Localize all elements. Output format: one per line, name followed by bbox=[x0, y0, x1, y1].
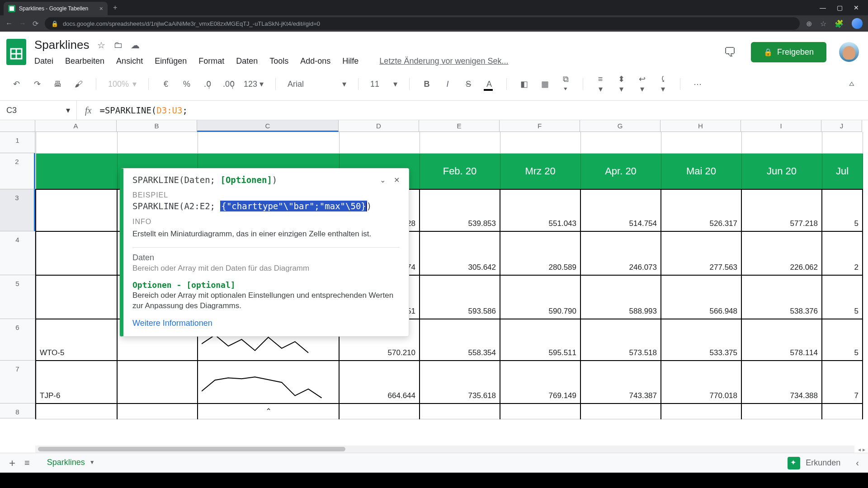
tab-title: Sparklines - Google Tabellen bbox=[19, 5, 88, 12]
minimize-icon[interactable]: — bbox=[820, 4, 826, 11]
row-headers[interactable]: 12345678 bbox=[0, 132, 35, 418]
tooltip-example: SPARKLINE(A2:E2; {"charttype"\"bar";"max… bbox=[132, 201, 400, 211]
menu-ansicht[interactable]: Ansicht bbox=[116, 56, 143, 66]
add-sheet-button[interactable]: + bbox=[9, 457, 15, 469]
tooltip-example-label: BEISPIEL bbox=[132, 191, 400, 199]
all-sheets-button[interactable]: ≡ bbox=[24, 458, 30, 468]
tooltip-param1-name: Daten bbox=[132, 253, 400, 263]
number-format-select[interactable]: 123 ▾ bbox=[244, 79, 264, 89]
forward-icon[interactable]: → bbox=[19, 19, 26, 28]
star-icon[interactable]: ☆ bbox=[97, 40, 105, 51]
sheet-tab-label: Sparklines bbox=[47, 458, 85, 467]
horizontal-scrollbar[interactable] bbox=[35, 446, 854, 453]
menu-bar: Datei Bearbeiten Ansicht Einfügen Format… bbox=[34, 53, 717, 66]
fill-color-icon[interactable]: ◧ bbox=[519, 79, 529, 89]
tooltip-close-icon[interactable]: ✕ bbox=[394, 176, 400, 184]
font-select[interactable]: Arial▾ bbox=[288, 79, 346, 89]
text-color-icon[interactable]: A bbox=[484, 80, 495, 89]
url-input[interactable]: 🔒 docs.google.com/spreadsheets/d/1njlwCa… bbox=[45, 17, 800, 30]
borders-icon[interactable]: ▦ bbox=[539, 79, 550, 89]
tooltip-more-info-link[interactable]: Weitere Informationen bbox=[132, 319, 400, 328]
lock-icon: 🔒 bbox=[764, 48, 773, 56]
name-box-value: C3 bbox=[6, 106, 17, 115]
browser-address-bar: ← → ⟳ 🔒 docs.google.com/spreadsheets/d/1… bbox=[0, 15, 868, 32]
valign-icon[interactable]: ⬍ ▾ bbox=[616, 74, 627, 94]
lock-icon: 🔒 bbox=[51, 20, 58, 27]
extensions-icon[interactable]: 🧩 bbox=[835, 19, 844, 28]
merge-cells-icon[interactable]: ⧉ ▾ bbox=[560, 75, 571, 94]
browser-profile-avatar[interactable] bbox=[852, 18, 863, 29]
move-icon[interactable]: 🗀 bbox=[113, 40, 123, 50]
bold-icon[interactable]: B bbox=[421, 80, 432, 89]
tooltip-info-text: Erstellt ein Miniaturdiagramm, das in ei… bbox=[132, 229, 400, 239]
close-tab-icon[interactable]: × bbox=[99, 5, 103, 12]
more-tools-icon[interactable]: ⋯ bbox=[692, 79, 703, 89]
toolbar: ↶ ↷ 🖶 🖌 100% ▾ € % .0̩ .00̩ 123 ▾ Arial▾… bbox=[0, 68, 868, 101]
zoom-icon[interactable]: ⊕ bbox=[806, 19, 812, 28]
undo-icon[interactable]: ↶ bbox=[11, 79, 22, 89]
account-avatar[interactable] bbox=[839, 42, 859, 62]
spreadsheet-grid[interactable]: ABCDEFGHIJ 12345678 Feb. 20Mrz 20Apr. 20… bbox=[0, 120, 868, 132]
menu-bearbeiten[interactable]: Bearbeiten bbox=[65, 56, 104, 66]
comments-icon[interactable]: 🗨 bbox=[724, 45, 738, 59]
menu-tools[interactable]: Tools bbox=[269, 56, 288, 66]
chevron-down-icon[interactable]: ▼ bbox=[90, 459, 95, 465]
increase-decimal-icon[interactable]: .00̩ bbox=[223, 79, 234, 89]
explore-label[interactable]: Erkunden bbox=[806, 458, 840, 468]
menu-addons[interactable]: Add-ons bbox=[300, 56, 330, 66]
decrease-decimal-icon[interactable]: .0̩ bbox=[202, 79, 213, 89]
column-headers[interactable]: ABCDEFGHIJ bbox=[35, 120, 862, 132]
scroll-left-icon[interactable]: ◂ bbox=[858, 446, 861, 453]
sheet-tab-bar: + ≡ Sparklines ▼ Erkunden ‹ bbox=[0, 453, 868, 473]
paint-format-icon[interactable]: 🖌 bbox=[73, 80, 84, 89]
share-button[interactable]: 🔒 Freigeben bbox=[751, 42, 826, 62]
menu-daten[interactable]: Daten bbox=[236, 56, 258, 66]
menu-einfuegen[interactable]: Einfügen bbox=[155, 56, 187, 66]
wrap-icon[interactable]: ↩ ▾ bbox=[637, 74, 647, 94]
sheet-tab-sparklines[interactable]: Sparklines ▼ bbox=[39, 454, 103, 472]
tooltip-info-label: INFO bbox=[132, 218, 400, 226]
menu-datei[interactable]: Datei bbox=[34, 56, 53, 66]
doc-name[interactable]: Sparklines bbox=[34, 38, 89, 52]
side-panel-toggle-icon[interactable]: ‹ bbox=[856, 458, 859, 468]
percent-icon[interactable]: % bbox=[181, 80, 192, 89]
explore-icon[interactable] bbox=[788, 457, 800, 469]
currency-icon[interactable]: € bbox=[160, 80, 171, 89]
last-edit-link[interactable]: Letzte Änderung vor wenigen Sek... bbox=[379, 56, 508, 66]
browser-tab-strip: Sparklines - Google Tabellen × + — ▢ ✕ bbox=[0, 0, 868, 15]
italic-icon[interactable]: I bbox=[442, 80, 453, 89]
browser-tab[interactable]: Sparklines - Google Tabellen × bbox=[4, 2, 108, 15]
redo-icon[interactable]: ↷ bbox=[32, 79, 42, 89]
collapse-toolbar-icon[interactable]: ㅿ bbox=[846, 79, 857, 89]
reload-icon[interactable]: ⟳ bbox=[33, 19, 38, 28]
chevron-down-icon: ▾ bbox=[66, 105, 70, 115]
close-window-icon[interactable]: ✕ bbox=[854, 4, 859, 11]
select-all-corner[interactable] bbox=[0, 120, 35, 132]
new-tab-button[interactable]: + bbox=[113, 4, 117, 12]
scroll-right-icon[interactable]: ▸ bbox=[863, 446, 865, 453]
menu-hilfe[interactable]: Hilfe bbox=[342, 56, 359, 66]
font-size-select[interactable]: 11▾ bbox=[370, 79, 397, 89]
maximize-icon[interactable]: ▢ bbox=[837, 4, 843, 11]
share-label: Freigeben bbox=[777, 47, 814, 57]
strikethrough-icon[interactable]: S bbox=[463, 80, 474, 89]
rotate-icon[interactable]: ⤹ ▾ bbox=[657, 74, 668, 94]
tooltip-collapse-icon[interactable]: ⌄ bbox=[380, 176, 386, 184]
doc-header: Sparklines ☆ 🗀 ☁ Datei Bearbeiten Ansich… bbox=[0, 32, 868, 68]
menu-format[interactable]: Format bbox=[198, 56, 224, 66]
print-icon[interactable]: 🖶 bbox=[52, 80, 63, 89]
formula-input[interactable]: =SPARKLINE(D3:U3; bbox=[99, 105, 188, 115]
bookmark-icon[interactable]: ☆ bbox=[820, 19, 826, 28]
cloud-status-icon[interactable]: ☁ bbox=[131, 40, 140, 51]
tooltip-param1-desc: Bereich oder Array mit den Daten für das… bbox=[132, 263, 400, 274]
halign-icon[interactable]: ≡ ▾ bbox=[595, 75, 606, 94]
sparkline-tjp6 bbox=[202, 364, 335, 400]
zoom-select[interactable]: 100% ▾ bbox=[108, 79, 137, 89]
name-box[interactable]: C3 ▾ bbox=[0, 101, 77, 120]
tooltip-param2-name: Optionen - [optional] bbox=[132, 280, 400, 290]
sheets-logo[interactable] bbox=[5, 36, 28, 68]
cursor-indicator: ⌃ bbox=[265, 407, 272, 416]
sheets-favicon bbox=[8, 5, 15, 12]
back-icon[interactable]: ← bbox=[5, 19, 13, 28]
formula-help-tooltip: SPARKLINE(Daten; [Optionen]) ⌄ ✕ BEISPIE… bbox=[120, 168, 409, 337]
